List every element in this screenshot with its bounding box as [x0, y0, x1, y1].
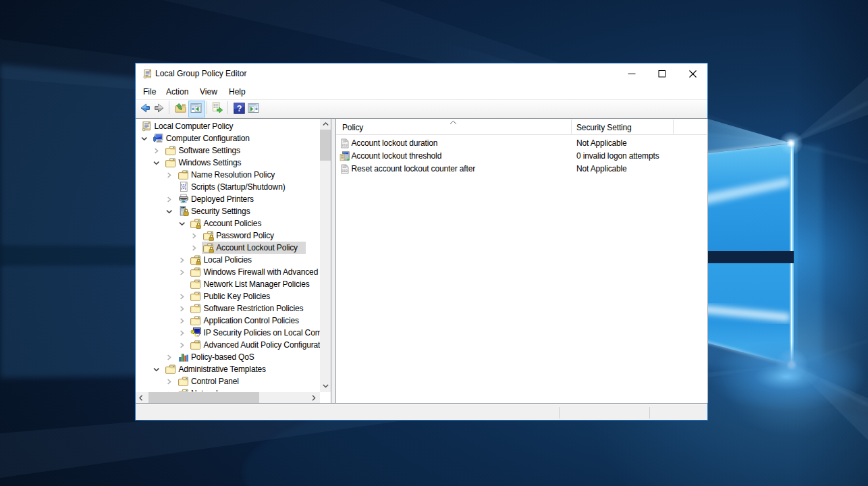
svg-text:?: ? — [237, 104, 242, 113]
